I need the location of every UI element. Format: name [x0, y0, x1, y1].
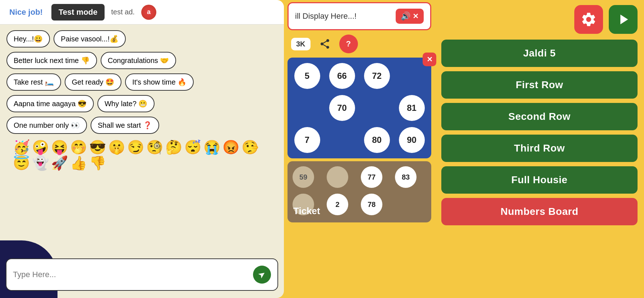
tab-nice-job[interactable]: Nice job! — [4, 5, 49, 20]
view-count: 3K — [291, 38, 310, 50]
bingo-cell-11: 80 — [361, 126, 393, 155]
second-row-button[interactable]: Second Row — [441, 103, 638, 130]
bingo-cell-1: 5 — [291, 61, 323, 90]
type-input-area: ➤ — [6, 258, 278, 291]
emoji-thinking[interactable]: 🤔 — [165, 140, 182, 154]
right-panel: Jaldi 5 First Row Second Row Third Row F… — [435, 0, 644, 298]
emoji-grid: 🥳 🤪 😝 🤭 😎 🤫 😏 🧐 🤔 😴 😭 😡 🤥 😇 👻 🚀 👍 👎 — [6, 138, 277, 172]
full-housie-button[interactable]: Full Housie — [441, 166, 638, 194]
send-arrow-icon: ➤ — [256, 268, 268, 281]
bingo-number-6: 70 — [329, 95, 355, 121]
emoji-shush[interactable]: 🤫 — [108, 140, 125, 154]
emoji-cool[interactable]: 😎 — [89, 140, 106, 154]
bingo-number-2: 66 — [329, 63, 355, 89]
emoji-lying[interactable]: 🤥 — [242, 140, 258, 154]
emoji-crazy[interactable]: 🤪 — [32, 140, 49, 154]
phrase-btn-one-number[interactable]: One number only 👀 — [6, 117, 87, 134]
phrase-btn-better-luck[interactable]: Better luck next time 👎 — [6, 52, 97, 69]
emoji-party[interactable]: 🥳 — [13, 140, 30, 154]
bingo-cell-9: 7 — [291, 126, 323, 155]
ticket-area: 59 77 83 2 78 Ticket — [288, 161, 431, 222]
phrase-row-5: One number only 👀 Shall we start ❓ — [6, 117, 277, 134]
jaldi5-button[interactable]: Jaldi 5 — [441, 40, 638, 67]
bingo-number-12: 90 — [399, 127, 425, 153]
phrases-area: Hey...!😀 Paise vasool...!💰 Better luck n… — [0, 24, 284, 255]
phrase-btn-aapna[interactable]: Aapna time aagaya 😎 — [6, 95, 94, 112]
emoji-angel[interactable]: 😇 — [13, 156, 30, 170]
bingo-cell-6: 70 — [326, 93, 358, 122]
ticket-num-59: 59 — [293, 166, 314, 188]
emoji-cry[interactable]: 😭 — [203, 140, 220, 154]
phrase-row-3: Take rest 🛏️ Get ready 🤩 It's show time … — [6, 73, 277, 91]
phrase-btn-hey[interactable]: Hey...!😀 — [6, 30, 50, 48]
middle-panel: ill Display Here...! 🔊 ✕ 3K ? 5 66 72 70… — [284, 0, 435, 298]
display-text: ill Display Here...! — [295, 12, 356, 21]
phrase-row-2: Better luck next time 👎 Congratulations … — [6, 52, 277, 69]
emoji-thumbsup[interactable]: 👍 — [70, 156, 87, 170]
send-button[interactable]: ➤ — [253, 266, 271, 284]
emoji-angry[interactable]: 😡 — [222, 140, 239, 154]
type-input[interactable] — [13, 270, 253, 279]
mute-button[interactable]: 🔊 ✕ — [396, 9, 424, 24]
phrase-row-4: Aapna time aagaya 😎 Why late? 😬 — [6, 95, 277, 112]
emoji-thumbsdown[interactable]: 👎 — [89, 156, 106, 170]
bingo-board-container: 5 66 72 70 81 7 80 90 ✕ — [288, 58, 431, 158]
stats-row: 3K ? — [288, 33, 431, 55]
bingo-cell-2: 66 — [326, 61, 358, 90]
bingo-number-1: 5 — [294, 63, 320, 89]
tab-test-mode[interactable]: Test mode — [51, 4, 105, 21]
ticket-num-empty — [327, 166, 348, 188]
ticket-num-83: 83 — [395, 166, 417, 188]
bingo-number-3: 72 — [364, 63, 390, 89]
phrase-btn-get-ready[interactable]: Get ready 🤩 — [65, 73, 121, 91]
bingo-board: 5 66 72 70 81 7 80 90 — [288, 58, 431, 158]
left-panel: Nice job! Test mode test ad. a Hey...!😀 … — [0, 0, 284, 298]
bingo-number-9: 7 — [294, 127, 320, 153]
display-banner: ill Display Here...! 🔊 ✕ — [288, 2, 431, 30]
mute-x-icon: ✕ — [413, 12, 419, 21]
bingo-cell-10 — [326, 126, 358, 155]
play-button[interactable] — [609, 5, 638, 34]
right-top-row — [441, 4, 638, 35]
bingo-cell-7 — [361, 93, 393, 122]
bingo-cell-5 — [291, 93, 323, 122]
bingo-cell-3: 72 — [361, 61, 393, 90]
third-row-button[interactable]: Third Row — [441, 135, 638, 162]
emoji-sleepy[interactable]: 😴 — [184, 140, 201, 154]
bingo-cell-4 — [396, 61, 428, 90]
settings-button[interactable] — [574, 5, 603, 34]
ticket-num-2: 2 — [327, 194, 348, 215]
bingo-cell-12: 90 — [396, 126, 428, 155]
tab-test-ad: test ad. — [107, 5, 138, 19]
phrase-btn-congratulations[interactable]: Congratulations 🤝 — [101, 52, 176, 69]
ticket-num-77: 77 — [361, 166, 382, 188]
phrase-btn-show-time[interactable]: It's show time 🔥 — [125, 73, 194, 91]
phrase-btn-shall-we[interactable]: Shall we start ❓ — [91, 117, 159, 134]
bingo-number-8: 81 — [399, 95, 425, 121]
phrase-btn-take-rest[interactable]: Take rest 🛏️ — [6, 73, 61, 91]
emoji-tongue[interactable]: 😝 — [51, 140, 68, 154]
emoji-hand-mouth[interactable]: 🤭 — [70, 140, 87, 154]
phrase-btn-why-late[interactable]: Why late? 😬 — [97, 95, 155, 112]
ticket-label: Ticket — [293, 206, 320, 217]
emoji-rocket[interactable]: 🚀 — [51, 156, 68, 170]
top-bar: Nice job! Test mode test ad. a — [0, 0, 284, 24]
ticket-num-78: 78 — [361, 194, 382, 215]
first-row-button[interactable]: First Row — [441, 71, 638, 99]
bingo-number-11: 80 — [364, 127, 390, 153]
bingo-cell-8: 81 — [396, 93, 428, 122]
emoji-smirk[interactable]: 😏 — [127, 140, 144, 154]
emoji-ghost[interactable]: 👻 — [32, 156, 49, 170]
phrase-btn-paise[interactable]: Paise vasool...!💰 — [54, 30, 126, 48]
speaker-icon: 🔊 — [401, 12, 410, 21]
close-board-button[interactable]: ✕ — [423, 53, 436, 66]
phrase-row-1: Hey...!😀 Paise vasool...!💰 — [6, 30, 277, 48]
help-button[interactable]: ? — [339, 35, 358, 53]
admob-icon: a — [141, 5, 156, 20]
numbers-board-button[interactable]: Numbers Board — [441, 198, 638, 225]
ticket-numbers: 59 77 83 — [293, 166, 426, 188]
emoji-monocle[interactable]: 🧐 — [146, 140, 163, 154]
share-button[interactable] — [316, 35, 334, 53]
